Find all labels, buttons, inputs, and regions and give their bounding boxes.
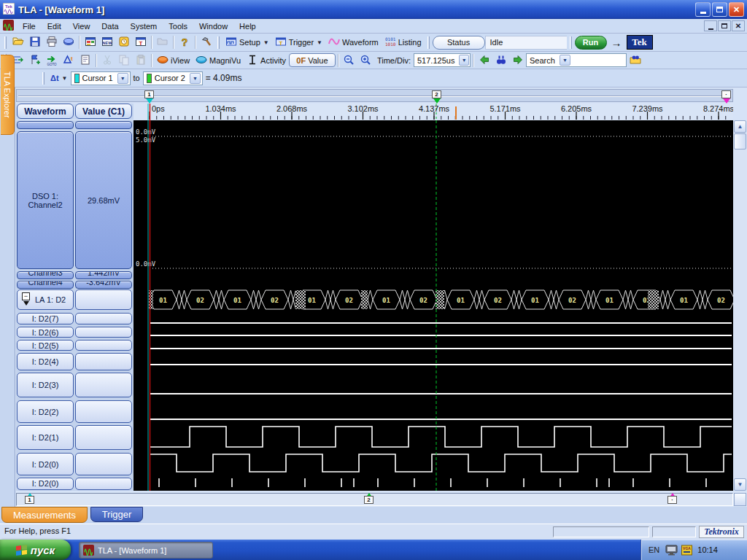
row-value-10[interactable] [75,400,132,423]
waveform-window-button[interactable]: Waveform [325,34,382,50]
tools-button[interactable] [198,34,214,50]
listing-window-button[interactable]: 01011010Listing [382,34,425,50]
mdi-close-button[interactable]: ✕ [732,20,745,31]
value-toggle-button[interactable]: 0FValue [289,53,336,67]
row-label-1[interactable]: DSO 1:Channel2 [17,131,74,269]
trigger-dropdown[interactable]: TTrigger▼ [272,34,325,50]
row-label-6[interactable]: I: D2(6) [17,327,74,338]
delta-measure-dropdown[interactable]: Δt▼ [47,70,71,86]
cursor2-select[interactable]: Cursor 2▼ [143,71,203,85]
zoom-out-button[interactable] [341,52,357,69]
minimize-button[interactable] [695,2,711,17]
cursor-marker-1[interactable]: 1 [144,90,154,98]
cursor-marker-triangle[interactable] [723,98,730,107]
timediv-select[interactable]: 517.125us▼ [414,53,471,67]
row-label-10[interactable]: I: D2(2) [17,400,74,423]
magnivu-button[interactable]: MagniVu [193,52,244,69]
row-value-9[interactable] [75,373,132,397]
row-value-1[interactable]: 29.68mV [75,131,132,269]
trigger-window-button[interactable]: T [132,34,149,50]
tab-trigger[interactable]: Trigger [90,507,143,522]
new-data-window-button[interactable]: NEW [98,34,115,50]
row-value-6[interactable] [75,327,132,338]
value-column-header[interactable]: Value (C1) [75,104,132,119]
save-button[interactable] [26,34,43,50]
row-value-2[interactable]: 1.442mV [75,271,132,279]
overview-marker-·[interactable]: · [667,496,677,504]
menu-view[interactable]: View [67,20,96,32]
row-label-0[interactable] [17,121,74,129]
properties-button[interactable] [77,52,93,69]
cursor-marker-·[interactable]: · [721,90,731,98]
delta-time-button[interactable]: t [60,52,77,69]
menu-window[interactable]: Window [193,20,233,32]
zoom-in-button[interactable] [357,52,374,69]
row-label-8[interactable]: I: D2(4) [17,353,74,370]
toolbar-drag-handle[interactable] [42,72,44,85]
search-select[interactable]: Search▼ [526,53,627,67]
overview-marker-bar[interactable]: 12· [16,493,733,506]
status-button[interactable]: Status [433,36,485,50]
search-next-button[interactable] [509,52,526,69]
window-options-button[interactable] [82,34,98,50]
setup-dropdown[interactable]: Setup▼ [222,34,272,50]
menu-file[interactable]: File [17,20,42,32]
vga-tray-icon[interactable]: VGA [681,545,693,556]
toolbar-drag-handle[interactable] [4,36,7,49]
language-indicator[interactable]: EN [649,545,659,554]
cursor-marker-triangle[interactable] [146,98,153,107]
search-definition-button[interactable] [627,52,643,69]
menu-edit[interactable]: Edit [42,20,67,32]
expand-collapse-icon[interactable]: − [22,292,30,308]
vertical-scrollbar[interactable]: ▲ ▼ [734,120,746,491]
mdi-restore-button[interactable] [718,20,731,31]
close-button[interactable]: ✕ [729,2,744,17]
cursor-marker-triangle[interactable] [433,98,441,107]
add-mark-button[interactable] [26,52,43,69]
menu-help[interactable]: Help [233,20,262,32]
setup-wizard-button[interactable] [115,34,132,50]
row-label-11[interactable]: I: D2(1) [17,425,74,450]
scroll-up-button[interactable]: ▲ [734,120,746,133]
print-button[interactable] [43,34,60,50]
row-label-5[interactable]: I: D2(7) [17,313,74,324]
row-value-3[interactable]: -3.642mV [75,281,132,289]
row-value-11[interactable] [75,425,132,450]
toolbar-drag-handle[interactable] [427,36,430,49]
waveform-column-header[interactable]: Waveform [17,104,74,119]
scrollbar-thumb[interactable] [734,133,746,149]
row-value-13[interactable] [75,478,132,490]
menu-tools[interactable]: Tools [163,20,193,32]
row-label-4[interactable]: −LA 1: D2 [17,289,74,310]
overview-marker-2[interactable]: 2 [364,496,374,504]
help-button[interactable]: ? [176,34,193,50]
toolbar-drag-handle[interactable] [570,36,572,49]
row-label-2[interactable]: Channel3 [17,271,74,279]
row-label-12[interactable]: I: D2(0) [17,453,74,475]
tab-measurements[interactable]: Measurements [1,507,88,523]
menu-data[interactable]: Data [96,20,124,32]
find-button[interactable] [492,52,509,69]
row-value-7[interactable] [75,340,132,351]
menu-system[interactable]: System [125,20,163,32]
row-value-8[interactable] [75,353,132,370]
waveform-canvas[interactable]: 0.0mV5.0mV0.0mV0102010201020102010201020… [133,120,733,491]
tla-explorer-tab[interactable]: TLA Explorer [1,55,15,135]
scroll-down-button[interactable]: ▼ [734,478,746,491]
export-button[interactable] [60,34,77,50]
run-button[interactable]: Run [575,36,607,50]
start-button[interactable]: пуск [0,540,71,560]
toolbar-drag-handle[interactable] [217,36,220,49]
activity-button[interactable]: Activity [244,52,289,69]
scroll-corner-button[interactable] [734,493,746,506]
row-label-9[interactable]: I: D2(3) [17,373,74,397]
row-value-12[interactable] [75,453,132,475]
maximize-button[interactable] [712,2,727,17]
taskbar-task-button[interactable]: TLA - [Waveform 1] [79,542,213,559]
iview-button[interactable]: iView [154,52,193,69]
overview-marker-1[interactable]: 1 [25,496,34,504]
mdi-minimize-button[interactable] [704,20,717,31]
row-value-5[interactable] [75,313,132,324]
cursor-ruler-bar[interactable]: 12· [16,89,733,102]
row-label-13[interactable]: I: D2(0) [17,478,74,490]
